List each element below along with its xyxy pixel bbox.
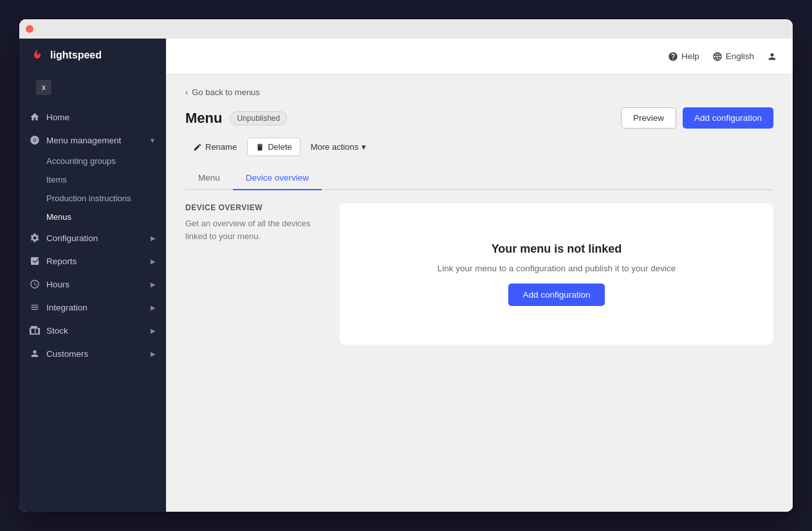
sidebar-item-customers[interactable]: Customers ▶ (19, 342, 166, 365)
title-bar (19, 19, 793, 39)
card-add-configuration-button[interactable]: Add configuration (508, 284, 604, 306)
sidebar-close-btn[interactable]: x (36, 80, 51, 95)
sidebar-logo: lightspeed (19, 39, 166, 72)
sidebar-nav: Home Menu management ▼ Accounting groups… (19, 103, 166, 512)
help-button[interactable]: Help (668, 51, 699, 62)
stock-chevron: ▶ (151, 327, 156, 334)
language-button[interactable]: English (712, 51, 754, 62)
delete-button[interactable]: Delete (247, 138, 300, 156)
sidebar-item-stock[interactable]: Stock ▶ (19, 319, 166, 342)
sidebar-item-menu-management[interactable]: Menu management ▼ (19, 129, 166, 152)
integration-chevron: ▶ (151, 304, 156, 311)
add-configuration-button[interactable]: Add configuration (683, 107, 773, 129)
user-menu-button[interactable] (767, 51, 777, 62)
status-badge: Unpublished (230, 111, 287, 125)
sidebar-item-reports[interactable]: Reports ▶ (19, 249, 166, 273)
customers-chevron: ▶ (151, 350, 156, 357)
sidebar-item-production-instructions[interactable]: Production instructions (19, 189, 166, 208)
sidebar-item-integration[interactable]: Integration ▶ (19, 296, 166, 319)
sidebar-item-hours[interactable]: Hours ▶ (19, 273, 166, 296)
more-actions-chevron-icon: ▾ (362, 142, 366, 152)
more-actions-button[interactable]: More actions ▾ (303, 138, 374, 156)
rename-button[interactable]: Rename (185, 138, 245, 156)
reports-chevron: ▶ (151, 258, 156, 265)
not-linked-title: Your menu is not linked (492, 242, 622, 256)
sidebar-item-configuration[interactable]: Configuration ▶ (19, 226, 166, 249)
page-actions: Preview Add configuration (621, 107, 773, 129)
topbar: Help English (166, 39, 793, 75)
not-linked-description: Link your menu to a configuration and pu… (438, 264, 676, 273)
sidebar: lightspeed x Home Menu management ▼ (19, 39, 166, 512)
device-overview-section-title: DEVICE OVERVIEW (185, 203, 327, 212)
logo-text: lightspeed (50, 50, 102, 61)
device-overview-section-desc: Get an overview of all the devices linke… (185, 217, 327, 242)
app-window: lightspeed x Home Menu management ▼ (19, 19, 793, 512)
menu-management-chevron: ▼ (149, 137, 156, 144)
sidebar-item-accounting-groups[interactable]: Accounting groups (19, 152, 166, 170)
page-title: Menu (185, 110, 222, 127)
sidebar-item-menus[interactable]: Menus (19, 208, 166, 226)
configuration-chevron: ▶ (151, 235, 156, 242)
page-content: ‹ Go back to menus Menu Unpublished Prev… (166, 75, 793, 512)
main-content: Help English ‹ Go back to menus (166, 39, 793, 512)
device-overview-description: DEVICE OVERVIEW Get an overview of all t… (185, 203, 327, 345)
page-title-area: Menu Unpublished (185, 110, 287, 127)
tab-menu[interactable]: Menu (185, 166, 233, 190)
breadcrumb[interactable]: ‹ Go back to menus (185, 87, 773, 97)
close-button[interactable] (26, 25, 33, 33)
tab-device-overview[interactable]: Device overview (233, 166, 322, 190)
preview-button[interactable]: Preview (621, 107, 676, 129)
tabs: Menu Device overview (185, 166, 773, 190)
sidebar-item-items[interactable]: Items (19, 170, 166, 189)
page-header: Menu Unpublished Preview Add configurati… (185, 107, 773, 129)
sidebar-item-home[interactable]: Home (19, 105, 166, 129)
hours-chevron: ▶ (151, 281, 156, 288)
back-arrow-icon: ‹ (185, 87, 188, 97)
toolbar: Rename Delete More actions ▾ (185, 138, 773, 156)
device-overview-layout: DEVICE OVERVIEW Get an overview of all t… (185, 203, 773, 345)
device-overview-card: Your menu is not linked Link your menu t… (340, 203, 773, 345)
